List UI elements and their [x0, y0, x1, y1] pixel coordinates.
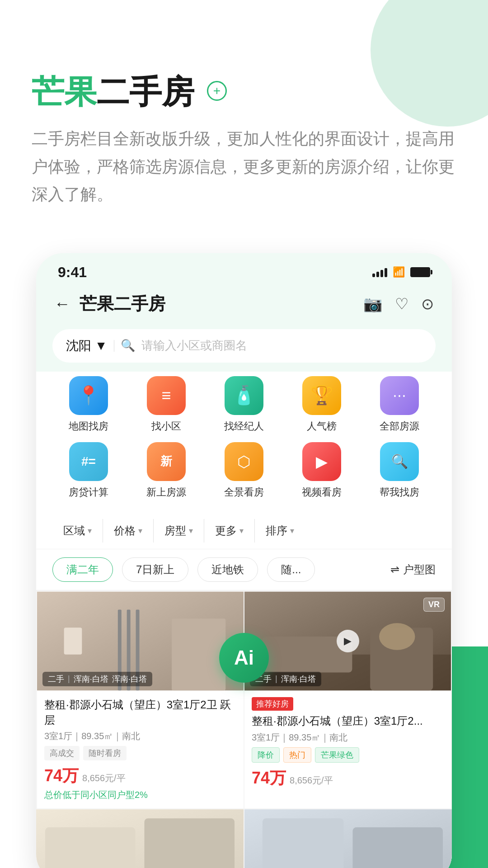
message-icon[interactable]: ⊙ [421, 295, 434, 313]
phone-mockup: 9:41 📶 ← 芒果二手房 📷 ♡ ⊙ [36, 253, 452, 868]
app-header-title: 芒果二手房 [80, 292, 165, 316]
listing-2-meta: 3室1厅｜89.35㎡｜南北 [252, 731, 444, 744]
svg-rect-2 [172, 618, 225, 690]
search-divider [114, 340, 114, 352]
floor-plan-label: 户型图 [403, 562, 436, 577]
filter-price-chevron: ▾ [138, 526, 142, 536]
help-find-icon: 🔍 [380, 442, 419, 481]
filter-room-chevron: ▾ [189, 526, 193, 536]
listing-1-price-num: 74万 [44, 765, 79, 787]
help-find-label: 帮我找房 [380, 486, 419, 499]
quick-filter-two-years[interactable]: 满二年 [52, 557, 113, 582]
recommend-badge: 推荐好房 [252, 697, 293, 711]
filter-sort-label: 排序 [266, 524, 287, 538]
category-section: 📍 地图找房 ≡ 找小区 🧴 找经纪人 🏆 人气榜 ⋯ 全部房 [36, 372, 452, 513]
search-location[interactable]: 沈阳 ▼ [66, 337, 108, 354]
hero-title-green: 芒果 [32, 74, 97, 110]
battery-icon [410, 267, 430, 277]
vr-badge: VR [423, 598, 445, 612]
find-agent-icon: 🧴 [225, 376, 263, 415]
listing-1-info: 整租·郡源小石城（望庄）3室1厅2卫 跃层 3室1厅｜89.35㎡｜南北 高成交… [37, 691, 244, 808]
category-video[interactable]: ▶ 视频看房 [295, 442, 349, 499]
listing-2-title: 整租·郡源小石城（望庄）3室1厅2... [252, 713, 444, 729]
quick-filters: 满二年 7日新上 近地铁 随... ⇌ 户型图 [36, 549, 452, 590]
svg-rect-13 [144, 818, 235, 868]
floor-plan-icon: ⇌ [390, 563, 399, 576]
filter-more-label: 更多 [215, 524, 237, 538]
listings-grid: 二手 | 浑南·白塔 浑南·白塔 整租·郡源小石城（望庄）3室1厅2卫 跃层 3… [36, 590, 452, 809]
all-houses-icon: ⋯ [380, 376, 419, 415]
category-map-find[interactable]: 📍 地图找房 [61, 376, 116, 433]
search-input[interactable]: 请输入小区或商圈名 [141, 338, 247, 354]
category-find-community[interactable]: ≡ 找小区 [139, 376, 193, 433]
listing-1-type: 二手 [48, 674, 64, 684]
listing-1-price: 74万 8,656元/平 [44, 765, 236, 787]
listing-1-price-unit: 8,656元/平 [82, 772, 126, 784]
video-icon: ▶ [302, 442, 341, 481]
signal-icon [372, 267, 387, 277]
category-row-2: #= 房贷计算 新 新上房源 ⬡ 全景看房 ▶ 视频看房 🔍 帮我 [50, 442, 438, 499]
category-new-listing[interactable]: 新 新上房源 [139, 442, 193, 499]
status-time: 9:41 [58, 264, 87, 281]
filter-bar: 区域 ▾ 价格 ▾ 房型 ▾ 更多 ▾ 排序 ▾ [36, 513, 452, 549]
mortgage-icon: #= [69, 442, 108, 481]
listing-2-info: 推荐好房 整租·郡源小石城（望庄）3室1厅2... 3室1厅｜89.35㎡｜南北… [244, 691, 451, 797]
listing-1-image: 二手 | 浑南·白塔 浑南·白塔 [37, 591, 244, 691]
filter-sort[interactable]: 排序 ▾ [255, 519, 305, 542]
listing-2-location-text: 浑南·白塔 [281, 674, 316, 684]
back-button[interactable]: ← [54, 294, 70, 313]
filter-room-type[interactable]: 房型 ▾ [154, 519, 204, 542]
find-agent-label: 找经纪人 [224, 420, 264, 433]
listing-1-tag-0: 高成交 [44, 746, 80, 760]
map-find-label: 地图找房 [69, 420, 108, 433]
ai-badge-text: Ai [234, 646, 254, 669]
category-help-find[interactable]: 🔍 帮我找房 [372, 442, 427, 499]
status-icons: 📶 [372, 266, 430, 278]
bottom-card-2[interactable] [244, 809, 452, 868]
listing-1-title: 整租·郡源小石城（望庄）3室1厅2卫 跃层 [44, 697, 236, 727]
phone-mockup-wrapper: 9:41 📶 ← 芒果二手房 📷 ♡ ⊙ [0, 253, 488, 868]
search-bar[interactable]: 沈阳 ▼ 🔍 请输入小区或商圈名 [52, 329, 436, 363]
category-mortgage[interactable]: #= 房贷计算 [61, 442, 116, 499]
bottom-card-1[interactable] [36, 809, 244, 868]
floor-plan-toggle[interactable]: ⇌ 户型图 [390, 562, 436, 577]
bottom-row [36, 809, 452, 868]
listing-1-tag-1: 随时看房 [83, 746, 127, 760]
panorama-label: 全景看房 [224, 486, 264, 499]
quick-filter-near-metro[interactable]: 近地铁 [197, 557, 258, 582]
hero-title: 芒果二手房 + [32, 72, 456, 111]
filter-more[interactable]: 更多 ▾ [204, 519, 255, 542]
category-popular[interactable]: 🏆 人气榜 [295, 376, 349, 433]
category-row-1: 📍 地图找房 ≡ 找小区 🧴 找经纪人 🏆 人气榜 ⋯ 全部房 [50, 376, 438, 433]
filter-area[interactable]: 区域 ▾ [52, 519, 103, 542]
listing-card-2[interactable]: ▶ VR 二手 | 浑南·白塔 推荐好房 整租·郡源小石城（望庄）3室1厅2..… [244, 591, 451, 808]
add-icon[interactable]: + [207, 81, 227, 101]
listing-card-1[interactable]: 二手 | 浑南·白塔 浑南·白塔 整租·郡源小石城（望庄）3室1厅2卫 跃层 3… [37, 591, 244, 808]
category-all-houses[interactable]: ⋯ 全部房源 [372, 376, 427, 433]
listing-2-tag-2: 芒果绿色 [315, 747, 359, 763]
new-listing-icon: 新 [147, 442, 186, 481]
category-find-agent[interactable]: 🧴 找经纪人 [217, 376, 271, 433]
video-label: 视频看房 [302, 486, 342, 499]
ai-badge[interactable]: Ai [219, 633, 269, 683]
listing-2-tag-0: 降价 [252, 747, 280, 763]
panorama-icon: ⬡ [225, 442, 263, 481]
app-header: ← 芒果二手房 📷 ♡ ⊙ [36, 285, 452, 325]
all-houses-label: 全部房源 [380, 420, 419, 433]
svg-rect-1 [64, 627, 82, 655]
status-bar: 9:41 📶 [36, 253, 452, 285]
svg-rect-12 [45, 827, 136, 868]
filter-area-chevron: ▾ [88, 526, 92, 536]
quick-filter-random[interactable]: 随... [267, 557, 315, 582]
camera-icon[interactable]: 📷 [363, 295, 382, 313]
listing-1-meta: 3室1厅｜89.35㎡｜南北 [44, 730, 236, 742]
filter-price[interactable]: 价格 ▾ [103, 519, 154, 542]
app-header-right: 📷 ♡ ⊙ [363, 295, 434, 313]
filter-sort-chevron: ▾ [290, 526, 294, 536]
filter-room-type-label: 房型 [164, 524, 186, 538]
listing-2-play-button[interactable]: ▶ [337, 630, 359, 652]
filter-price-label: 价格 [114, 524, 136, 538]
quick-filter-seven-days[interactable]: 7日新上 [122, 557, 188, 582]
heart-icon[interactable]: ♡ [395, 295, 408, 313]
category-panorama[interactable]: ⬡ 全景看房 [217, 442, 271, 499]
